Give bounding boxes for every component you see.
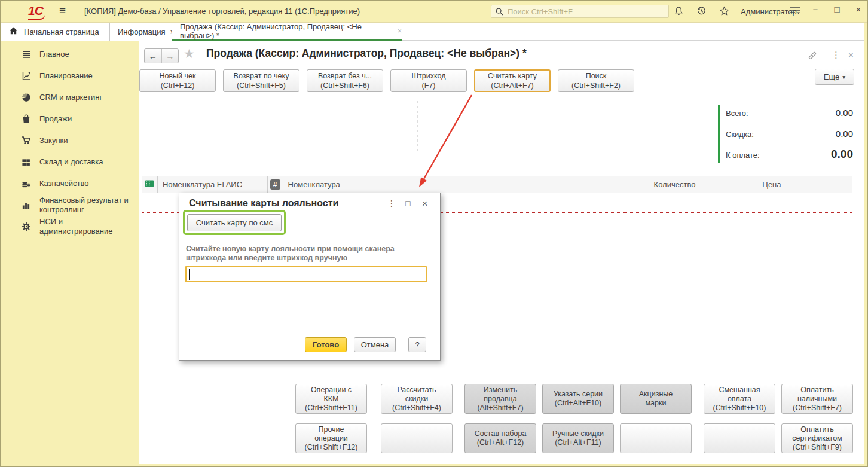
column-header-quantity[interactable]: Количество — [649, 176, 758, 193]
dialog-close-icon[interactable]: × — [422, 199, 427, 209]
home-icon — [9, 26, 18, 37]
tab-label: Продажа (Кассир: Администратор, Продавец… — [180, 22, 392, 40]
sidebar-item-finrezultat[interactable]: Финансовый результат и контроллинг — [1, 194, 139, 216]
total-label: Всего: — [726, 109, 748, 118]
pie-chart-icon — [20, 93, 32, 103]
barcode-input[interactable] — [185, 266, 427, 282]
return-by-check-button[interactable]: Возврат по чеку (Ctrl+Shift+F5) — [223, 69, 299, 92]
empty-button-1[interactable] — [381, 423, 453, 453]
set-contents-button[interactable]: Состав набора (Ctrl+Alt+F12) — [464, 423, 536, 453]
change-seller-button[interactable]: Изменить продавца (Alt+Shift+F7) — [464, 384, 536, 414]
kkm-operations-button[interactable]: Операции с ККМ (Ctrl+Shift+F11) — [295, 384, 367, 414]
column-header-egais[interactable]: Номенклатура ЕГАИС — [158, 176, 268, 193]
window-maximize-button[interactable]: □ — [830, 4, 843, 14]
form-close-icon[interactable]: × — [848, 50, 854, 60]
pay-certificate-button[interactable]: Оплатить сертификатом (Ctrl+Shift+F9) — [781, 423, 853, 453]
coins-icon — [20, 179, 32, 189]
global-search[interactable] — [491, 5, 669, 18]
shopping-cart-icon — [20, 136, 32, 146]
sidebar-item-crm[interactable]: CRM и маркетинг — [1, 87, 139, 108]
page-title: Продажа (Кассир: Администратор, Продавец… — [206, 47, 527, 60]
sidebar-item-planirovanie[interactable]: Планирование — [1, 65, 139, 87]
excise-stamps-button[interactable]: Акцизные марки — [620, 384, 692, 414]
dialog-menu-dots-icon[interactable]: ⋮ — [387, 199, 396, 208]
read-card-by-sms-button[interactable]: Считать карту по смс — [187, 214, 282, 231]
dialog-maximize-icon[interactable]: □ — [405, 199, 410, 208]
titlebar: 1С ≡ [КОПИЯ] Демо-база / Управление торг… — [1, 1, 867, 23]
hash-icon: # — [270, 179, 280, 190]
barcode-button[interactable]: Штрихкод (F7) — [390, 69, 467, 92]
tab-close-icon[interactable]: × — [397, 26, 402, 35]
planning-chart-icon — [20, 71, 32, 81]
sidebar-item-prodazhi[interactable]: Продажи — [1, 108, 139, 130]
get-link-icon[interactable] — [808, 51, 817, 62]
search-button[interactable]: Поиск (Ctrl+Shift+F2) — [558, 69, 634, 92]
column-header-price[interactable]: Цена — [757, 176, 852, 193]
sidebar: Главное Планирование CRM и маркетинг Про… — [1, 41, 139, 464]
other-operations-button[interactable]: Прочие операции (Ctrl+Shift+F12) — [295, 423, 367, 453]
favorites-star-icon[interactable] — [719, 6, 731, 17]
back-button[interactable]: ← — [145, 49, 162, 63]
tab-label: Начальная страница — [24, 28, 99, 36]
main-menu-icon[interactable]: ≡ — [59, 4, 66, 17]
bar-chart-icon — [20, 200, 32, 210]
forward-button[interactable]: → — [162, 49, 179, 63]
menu-lines-icon — [20, 50, 32, 60]
empty-button-3[interactable] — [704, 423, 775, 453]
app-window: 1С ≡ [КОПИЯ] Демо-база / Управление торг… — [0, 0, 868, 467]
window-close-button[interactable]: × — [852, 4, 865, 14]
1c-logo: 1С — [28, 4, 45, 20]
notifications-bell-icon[interactable] — [674, 6, 686, 17]
search-input[interactable] — [506, 7, 668, 17]
help-button[interactable]: ? — [408, 337, 426, 352]
dropdown-arrow-icon: ▾ — [842, 74, 845, 80]
tab-prodazha[interactable]: Продажа (Кассир: Администратор, Продавец… — [172, 23, 402, 41]
items-table-header: Номенклатура ЕГАИС # Номенклатура Количе… — [142, 176, 852, 193]
done-button[interactable]: Готово — [305, 337, 347, 352]
nav-history-group: ← → — [144, 48, 179, 63]
to-pay-label: К оплате: — [726, 151, 760, 160]
tab-bar: Начальная страница Информация × Продажа … — [1, 23, 864, 41]
window-title: [КОПИЯ] Демо-база / Управление торговлей… — [84, 7, 360, 16]
text-caret — [189, 269, 190, 280]
form-menu-dots-icon[interactable]: ⋮ — [832, 50, 841, 60]
egais-column-icon-cell[interactable] — [142, 176, 158, 193]
hash-column-cell[interactable]: # — [268, 176, 283, 193]
tab-informatsiya[interactable]: Информация × — [110, 23, 172, 41]
dialog-title: Считывание карты лояльности — [189, 198, 338, 209]
dialog-hint-text: Считайте новую карту лояльности при помо… — [186, 245, 395, 263]
pay-cash-button[interactable]: Оплатить наличными (Ctrl+Shift+F7) — [781, 384, 853, 414]
manual-discounts-button[interactable]: Ручные скидки (Ctrl+Alt+F11) — [542, 423, 614, 453]
tab-home[interactable]: Начальная страница — [1, 23, 110, 41]
gear-icon — [20, 222, 32, 232]
calc-discounts-button[interactable]: Рассчитать скидки (Ctrl+Shift+F4) — [381, 384, 453, 414]
totals-accent-bar — [718, 105, 720, 163]
loyalty-card-dialog: Считывание карты лояльности ⋮ □ × Считат… — [179, 193, 441, 361]
column-header-nomenclature[interactable]: Номенклатура — [283, 176, 649, 193]
sidebar-item-nsi[interactable]: НСИ и администрирование — [1, 216, 139, 237]
favorite-star-icon[interactable]: ★ — [184, 47, 195, 61]
service-menu-icon[interactable] — [790, 6, 802, 17]
sidebar-item-kaznacheystvo[interactable]: Казначейство — [1, 173, 139, 194]
total-value: 0.00 — [836, 108, 853, 118]
to-pay-value: 0.00 — [831, 148, 853, 161]
empty-button-2[interactable] — [620, 423, 692, 453]
history-icon[interactable] — [696, 6, 708, 17]
current-user[interactable]: Администратор — [741, 7, 797, 16]
sidebar-item-glavnoe[interactable]: Главное — [1, 44, 139, 65]
mixed-payment-button[interactable]: Смешанная оплата (Ctrl+Shift+F10) — [704, 384, 775, 414]
cancel-button[interactable]: Отмена — [354, 337, 396, 352]
search-icon — [495, 7, 504, 16]
discount-value: 0.00 — [836, 129, 853, 139]
set-series-button[interactable]: Указать серии (Ctrl+Alt+F10) — [542, 384, 614, 414]
shopping-bag-icon — [20, 114, 32, 124]
discount-label: Скидка: — [726, 130, 754, 139]
return-without-check-button[interactable]: Возврат без ч... (Ctrl+Shift+F6) — [307, 69, 383, 92]
sidebar-item-zakupki[interactable]: Закупки — [1, 130, 139, 151]
egais-stamp-icon — [145, 179, 154, 190]
more-button[interactable]: Еще ▾ — [815, 69, 854, 85]
window-minimize-button[interactable]: − — [809, 4, 822, 14]
read-card-button[interactable]: Считать карту (Ctrl+Alt+F7) — [474, 69, 551, 92]
new-check-button[interactable]: Новый чек (Ctrl+F12) — [139, 69, 216, 92]
sidebar-item-sklad[interactable]: Склад и доставка — [1, 151, 139, 173]
